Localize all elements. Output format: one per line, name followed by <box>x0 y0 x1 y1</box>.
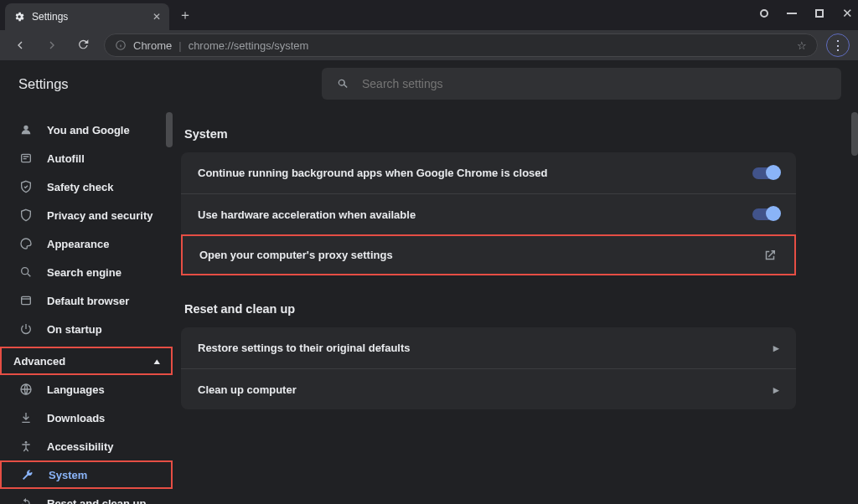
chevron-right-icon: ▸ <box>773 342 779 354</box>
row-cleanup-computer[interactable]: Clean up computer ▸ <box>181 368 796 409</box>
forward-button[interactable] <box>40 33 64 57</box>
globe-icon <box>18 382 34 397</box>
shield-check-icon <box>18 179 34 194</box>
section-title-system: System <box>184 127 796 141</box>
sidebar-item-appearance[interactable]: Appearance <box>0 229 173 258</box>
site-info-icon <box>115 39 127 52</box>
account-indicator-icon[interactable] <box>760 9 768 18</box>
browser-tab[interactable]: Settings ✕ <box>5 3 169 30</box>
row-background-apps[interactable]: Continue running background apps when Go… <box>181 152 796 193</box>
download-icon <box>18 410 34 425</box>
page-title: Settings <box>18 76 69 92</box>
sidebar-item-reset[interactable]: Reset and clean up <box>0 489 173 504</box>
browser-icon <box>18 293 34 308</box>
main-scrollbar-thumb[interactable] <box>851 112 858 156</box>
open-external-icon <box>762 248 778 263</box>
wrench-icon <box>20 467 35 482</box>
settings-search-box[interactable] <box>322 68 841 100</box>
address-bar: Chrome | chrome://settings/system ☆ ⋮ <box>0 30 858 60</box>
autofill-icon <box>18 151 34 166</box>
svg-rect-3 <box>22 296 31 304</box>
page-content: Settings You and Google Autofill Safety … <box>0 60 858 504</box>
search-icon <box>335 77 350 90</box>
page-header: Settings <box>0 60 858 107</box>
new-tab-button[interactable]: ＋ <box>174 4 196 26</box>
bookmark-star-icon[interactable]: ☆ <box>797 39 807 52</box>
sidebar-item-autofill[interactable]: Autofill <box>0 144 173 172</box>
window-controls: ✕ <box>760 0 853 27</box>
sidebar-item-downloads[interactable]: Downloads <box>0 404 173 432</box>
browser-menu-button[interactable]: ⋮ <box>826 33 850 57</box>
sidebar-item-on-startup[interactable]: On startup <box>0 315 173 343</box>
toggle-hardware-acceleration[interactable] <box>752 208 779 220</box>
toggle-background-apps[interactable] <box>752 167 779 179</box>
palette-icon <box>18 236 34 251</box>
system-card: Continue running background apps when Go… <box>181 152 796 275</box>
sidebar-item-accessibility[interactable]: Accessibility <box>0 432 173 460</box>
sidebar-item-search-engine[interactable]: Search engine <box>0 258 173 286</box>
tab-close-icon[interactable]: ✕ <box>152 11 161 23</box>
settings-sidebar: You and Google Autofill Safety check Pri… <box>0 107 173 504</box>
back-button[interactable] <box>8 33 32 57</box>
row-open-proxy-settings[interactable]: Open your computer's proxy settings <box>181 234 796 275</box>
settings-search-input[interactable] <box>362 77 828 90</box>
sidebar-item-system[interactable]: System <box>0 460 173 489</box>
chevron-up-icon: ▴ <box>154 357 160 366</box>
person-icon <box>18 122 34 137</box>
row-restore-defaults[interactable]: Restore settings to their original defau… <box>181 327 796 368</box>
reset-card: Restore settings to their original defau… <box>181 327 796 409</box>
gear-icon <box>13 11 25 23</box>
reload-button[interactable] <box>72 33 96 57</box>
chevron-right-icon: ▸ <box>773 383 779 396</box>
sidebar-scrollbar-thumb[interactable] <box>166 112 173 147</box>
tab-title: Settings <box>32 11 68 23</box>
omnibox-url: chrome://settings/system <box>189 39 309 52</box>
sidebar-advanced-toggle[interactable]: Advanced ▴ <box>0 347 173 375</box>
sidebar-item-default-browser[interactable]: Default browser <box>0 286 173 315</box>
svg-point-2 <box>22 268 28 275</box>
maximize-button[interactable] <box>815 9 824 18</box>
sidebar-item-privacy[interactable]: Privacy and security <box>0 201 173 229</box>
titlebar: Settings ✕ ＋ ✕ <box>0 0 858 30</box>
accessibility-icon <box>18 439 34 454</box>
sidebar-item-you-and-google[interactable]: You and Google <box>0 116 173 144</box>
section-title-reset: Reset and clean up <box>184 302 796 316</box>
settings-main: System Continue running background apps … <box>173 107 858 504</box>
omnibox-origin: Chrome <box>133 39 172 52</box>
row-hardware-acceleration[interactable]: Use hardware acceleration when available <box>181 193 796 234</box>
sidebar-item-languages[interactable]: Languages <box>0 375 173 404</box>
chrome-window: Settings ✕ ＋ ✕ Chrome | chrome://setting… <box>0 0 858 504</box>
svg-point-5 <box>25 441 28 444</box>
minimize-button[interactable] <box>787 13 797 14</box>
sidebar-item-safety-check[interactable]: Safety check <box>0 172 173 201</box>
close-window-button[interactable]: ✕ <box>842 6 853 21</box>
page-body: You and Google Autofill Safety check Pri… <box>0 107 858 504</box>
restore-icon <box>18 496 34 504</box>
shield-icon <box>18 208 34 223</box>
power-icon <box>18 321 34 337</box>
search-icon <box>18 265 34 280</box>
omnibox[interactable]: Chrome | chrome://settings/system ☆ <box>104 33 818 57</box>
